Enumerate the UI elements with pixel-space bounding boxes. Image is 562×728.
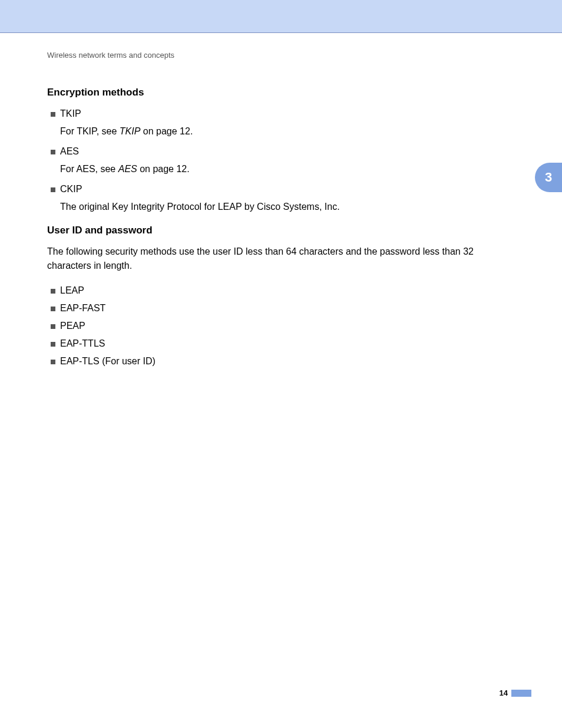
text: For AES, see <box>60 164 118 174</box>
list-item: EAP-TLS (For user ID) <box>47 354 515 368</box>
bullet-icon <box>51 307 55 311</box>
list-item: EAP-FAST <box>47 301 515 315</box>
item-ckip: CKIP <box>60 182 515 196</box>
item-ckip-desc: The original Key Integrity Protocol for … <box>60 200 515 214</box>
list-item: PEAP <box>47 319 515 333</box>
bullet-icon <box>51 342 55 347</box>
userid-intro: The following security methods use the u… <box>47 245 515 273</box>
footer-accent-icon <box>511 690 531 697</box>
item-aes: AES <box>60 144 515 159</box>
item-tkip-desc: For TKIP, see TKIP on page 12. <box>60 124 515 139</box>
heading-userid-password: User ID and password <box>47 225 515 236</box>
bullet-icon <box>51 150 55 154</box>
page-number: 14 <box>500 689 508 697</box>
item-peap: PEAP <box>60 319 515 333</box>
header-band <box>0 0 562 33</box>
text: on page 12. <box>140 126 193 136</box>
link-tkip[interactable]: TKIP <box>120 126 141 136</box>
page-body: Wireless network terms and concepts Encr… <box>0 33 562 368</box>
item-tkip: TKIP <box>60 107 515 121</box>
bullet-icon <box>51 289 55 294</box>
list-item: LEAP <box>47 284 515 298</box>
list-item: EAP-TTLS <box>47 337 515 351</box>
item-aes-desc: For AES, see AES on page 12. <box>60 162 515 176</box>
running-header: Wireless network terms and concepts <box>47 51 515 60</box>
text: on page 12. <box>137 164 190 174</box>
item-eapfast: EAP-FAST <box>60 301 515 315</box>
list-item: CKIP The original Key Integrity Protocol… <box>47 182 515 214</box>
bullet-icon <box>51 360 55 364</box>
heading-encryption-methods: Encryption methods <box>47 87 515 98</box>
link-aes[interactable]: AES <box>118 164 137 174</box>
text: For TKIP, see <box>60 126 120 136</box>
bullet-icon <box>51 324 55 329</box>
list-item: AES For AES, see AES on page 12. <box>47 144 515 176</box>
item-eapttls: EAP-TTLS <box>60 337 515 351</box>
list-item: TKIP For TKIP, see TKIP on page 12. <box>47 107 515 139</box>
item-eaptls: EAP-TLS (For user ID) <box>60 354 515 368</box>
footer: 14 <box>500 689 531 697</box>
item-leap: LEAP <box>60 284 515 298</box>
bullet-icon <box>51 187 55 192</box>
bullet-icon <box>51 112 55 117</box>
